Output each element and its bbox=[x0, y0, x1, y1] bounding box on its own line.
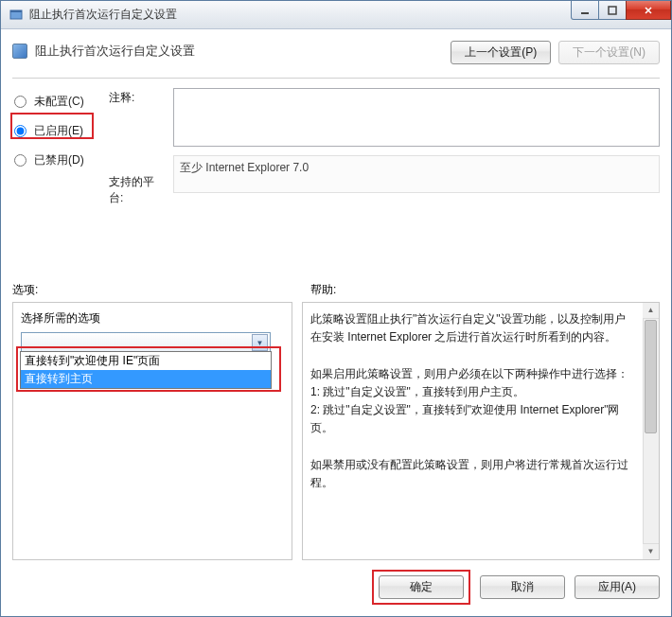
radio-label: 已启用(E) bbox=[34, 123, 83, 139]
help-text: 此策略设置阻止执行"首次运行自定义"设置功能，以及控制用户在安装 Interne… bbox=[310, 310, 651, 492]
page-title: 阻止执行首次运行自定义设置 bbox=[35, 43, 195, 60]
supported-label: 支持的平台: bbox=[109, 170, 164, 206]
options-pane: 选择所需的选项 ▼ 直接转到"欢迎使用 IE"页面 直接转到主页 bbox=[12, 302, 292, 560]
app-icon bbox=[9, 8, 24, 23]
previous-setting-button[interactable]: 上一个设置(P) bbox=[451, 41, 551, 64]
maximize-button[interactable] bbox=[598, 1, 627, 20]
help-header: 帮助: bbox=[301, 282, 660, 298]
radio-disabled-input[interactable] bbox=[14, 154, 27, 167]
titlebar: 阻止执行首次运行自定义设置 bbox=[1, 1, 671, 29]
radio-disabled[interactable]: 已禁用(D) bbox=[12, 152, 99, 168]
window-controls bbox=[572, 1, 671, 20]
scroll-thumb[interactable] bbox=[645, 320, 657, 433]
separator bbox=[12, 78, 660, 79]
option-prompt: 选择所需的选项 bbox=[21, 310, 284, 326]
supported-text: 至少 Internet Explorer 7.0 bbox=[173, 155, 660, 193]
radio-enabled-input[interactable] bbox=[14, 125, 27, 137]
highlight-ok: 确定 bbox=[372, 570, 470, 605]
radio-enabled[interactable]: 已启用(E) bbox=[12, 123, 99, 139]
ok-button[interactable]: 确定 bbox=[379, 575, 464, 599]
options-header: 选项: bbox=[12, 282, 301, 298]
radio-not-configured[interactable]: 未配置(C) bbox=[12, 94, 99, 110]
next-setting-button: 下一个设置(N) bbox=[558, 41, 660, 64]
radio-label: 未配置(C) bbox=[34, 94, 84, 110]
close-button[interactable] bbox=[626, 1, 671, 20]
radio-label: 已禁用(D) bbox=[34, 152, 84, 168]
comment-textarea[interactable] bbox=[173, 88, 660, 147]
window-title: 阻止执行首次运行自定义设置 bbox=[29, 7, 177, 23]
dropdown-option-selected[interactable]: 直接转到主页 bbox=[21, 370, 271, 388]
scroll-up-button[interactable]: ▲ bbox=[643, 303, 659, 319]
policy-icon bbox=[12, 44, 27, 59]
svg-rect-3 bbox=[609, 7, 616, 14]
help-pane: 此策略设置阻止执行"首次运行自定义"设置功能，以及控制用户在安装 Interne… bbox=[302, 302, 660, 560]
chevron-down-icon: ▼ bbox=[252, 334, 268, 351]
minimize-button[interactable] bbox=[571, 1, 599, 20]
comment-label: 注释: bbox=[109, 88, 164, 106]
apply-button[interactable]: 应用(A) bbox=[575, 575, 660, 599]
svg-rect-1 bbox=[10, 10, 22, 12]
scroll-down-button[interactable]: ▼ bbox=[643, 543, 659, 559]
cancel-button[interactable]: 取消 bbox=[480, 575, 565, 599]
option-dropdown: 直接转到"欢迎使用 IE"页面 直接转到主页 bbox=[20, 351, 272, 389]
dropdown-option[interactable]: 直接转到"欢迎使用 IE"页面 bbox=[21, 352, 271, 370]
svg-rect-2 bbox=[581, 12, 589, 14]
radio-not-configured-input[interactable] bbox=[14, 96, 27, 108]
option-combobox[interactable]: ▼ bbox=[21, 332, 271, 353]
state-radio-group: 未配置(C) 已启用(E) 已禁用(D) bbox=[12, 88, 99, 271]
